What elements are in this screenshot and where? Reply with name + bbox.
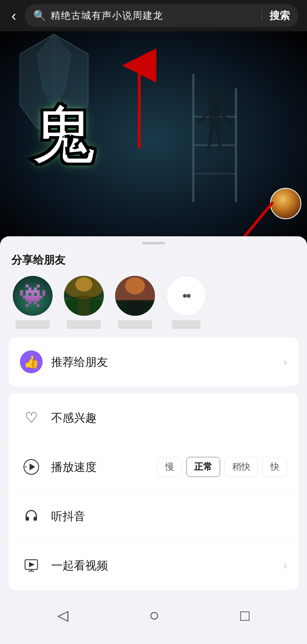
- svg-rect-27: [78, 299, 90, 316]
- svg-point-30: [125, 277, 145, 294]
- video-background: 鬼: [0, 31, 307, 248]
- playback-speed-icon: [20, 456, 43, 478]
- friend-item-3[interactable]: [114, 276, 156, 329]
- friend-name-2: [67, 320, 101, 329]
- playback-speed-row[interactable]: 播放速度 慢 正常 稍快 快: [9, 442, 298, 492]
- silhouette: [165, 60, 264, 216]
- svg-marker-34: [30, 463, 35, 470]
- recommend-chevron-icon: ›: [283, 356, 287, 368]
- friend-item-2[interactable]: [63, 276, 105, 329]
- sheet-handle: [0, 236, 307, 247]
- more-friends-item[interactable]: ••: [165, 276, 208, 329]
- speed-normal[interactable]: 正常: [186, 457, 220, 477]
- svg-point-24: [75, 277, 92, 292]
- listen-row[interactable]: 听抖音: [9, 492, 298, 541]
- friend-avatar-1: 👾: [13, 276, 53, 316]
- bottom-sheet: 分享给朋友 👾: [0, 236, 307, 644]
- search-button[interactable]: 搜索: [269, 9, 290, 23]
- not-interested-label: 不感兴趣: [51, 410, 287, 426]
- recommend-card: 👍 推荐给朋友 ›: [9, 337, 298, 386]
- friend-avatar-2: [64, 276, 104, 316]
- watch-together-chevron-icon: ›: [283, 559, 287, 572]
- svg-rect-11: [209, 107, 220, 130]
- back-button[interactable]: ‹: [9, 8, 19, 23]
- listen-label: 听抖音: [51, 508, 287, 524]
- friend-name-3: [118, 320, 152, 329]
- more-friends-label: [172, 320, 200, 329]
- nav-home-icon[interactable]: ○: [149, 605, 159, 625]
- options-card: ♡ 不感兴趣 播放速度 慢 正常 稍快 快: [9, 393, 298, 590]
- recommend-label: 推荐给朋友: [51, 354, 283, 370]
- svg-marker-37: [29, 562, 35, 567]
- friend-avatar-3: [115, 276, 155, 316]
- more-dots-icon: ••: [182, 289, 190, 303]
- search-bar: 🔍 精绝古城有声小说周建龙 搜索: [25, 4, 298, 27]
- search-icon: 🔍: [33, 10, 46, 22]
- video-area: 鬼: [0, 31, 307, 248]
- avatar: [270, 188, 301, 219]
- friends-row: 👾: [0, 276, 307, 337]
- watch-together-icon: [20, 554, 43, 577]
- friend-name-1: [16, 320, 50, 329]
- speed-options: 慢 正常 稍快 快: [157, 457, 287, 477]
- listen-icon: [20, 505, 43, 528]
- nav-recents-icon[interactable]: □: [240, 606, 250, 624]
- playback-speed-label: 播放速度: [51, 459, 157, 475]
- recommend-row[interactable]: 👍 推荐给朋友 ›: [9, 337, 298, 386]
- svg-point-10: [208, 92, 222, 108]
- search-query: 精绝古城有声小说周建龙: [51, 9, 254, 22]
- watch-together-label: 一起看视频: [51, 558, 283, 573]
- search-divider: [262, 10, 262, 21]
- friend-item-1[interactable]: 👾: [11, 276, 54, 329]
- svg-rect-32: [126, 300, 144, 316]
- avatar-image: [271, 189, 300, 218]
- speed-slightly-fast[interactable]: 稍快: [225, 457, 258, 477]
- share-section-title: 分享给朋友: [0, 247, 307, 276]
- handle-bar: [142, 242, 165, 244]
- monster-icon: 👾: [13, 276, 53, 316]
- watch-together-row[interactable]: 一起看视频 ›: [9, 541, 298, 590]
- speed-fast[interactable]: 快: [263, 457, 287, 477]
- not-interested-icon: ♡: [20, 406, 43, 429]
- top-bar: ‹ 🔍 精绝古城有声小说周建龙 搜索: [0, 0, 307, 31]
- recommend-icon: 👍: [20, 350, 43, 373]
- more-friends-button[interactable]: ••: [166, 276, 206, 316]
- not-interested-row[interactable]: ♡ 不感兴趣: [9, 393, 298, 442]
- nav-back-icon[interactable]: ◁: [57, 607, 68, 624]
- nav-bar: ◁ ○ □: [0, 597, 307, 639]
- speed-slow[interactable]: 慢: [157, 457, 182, 477]
- ghost-character: 鬼: [31, 94, 94, 179]
